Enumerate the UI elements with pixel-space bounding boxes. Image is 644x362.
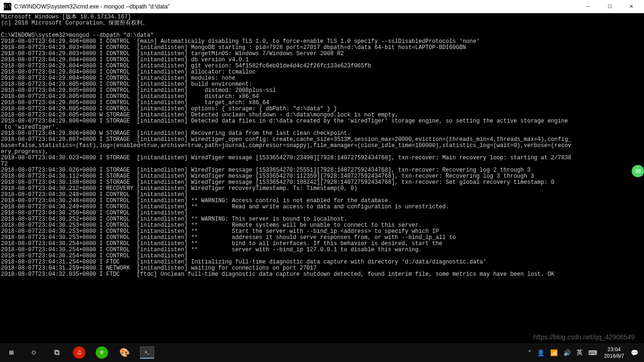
taskview-icon[interactable]: ⧉ — [45, 343, 68, 362]
paint-icon[interactable]: 🎨 — [113, 343, 136, 362]
minimize-button[interactable]: ─ — [577, 0, 599, 13]
action-center-icon[interactable]: 💬 — [628, 349, 641, 356]
watermark-text: https://blog.csdn.net/qq_42908549 — [533, 333, 635, 341]
window-titlebar: C:\ C:\WINDOWS\system32\cmd.exe - mongod… — [0, 0, 644, 13]
clock-time: 23:04 — [604, 346, 624, 353]
window-title: C:\WINDOWS\system32\cmd.exe - mongod --d… — [14, 3, 577, 10]
cmd-taskbar-icon[interactable]: >_ — [140, 346, 154, 359]
start-button[interactable]: ⊞ — [0, 343, 23, 362]
network-icon[interactable]: 📶 — [547, 349, 561, 356]
close-button[interactable]: ✕ — [620, 0, 642, 13]
cortana-icon[interactable]: ○ — [23, 343, 45, 362]
maximize-button[interactable]: ☐ — [599, 0, 620, 13]
cmd-icon: C:\ — [4, 3, 11, 10]
system-tray: ˄ 👤 📶 🔊 英 ⌨ 23:04 2018/8/7 💬 — [525, 346, 644, 359]
netease-icon[interactable]: ♫ — [73, 346, 85, 359]
clock[interactable]: 23:04 2018/8/7 — [600, 346, 628, 359]
ime-icon[interactable]: 英 — [574, 348, 586, 357]
clock-date: 2018/8/7 — [604, 353, 624, 359]
taskbar: ⊞ ○ ⧉ ♫ e 🎨 >_ ˄ 👤 📶 🔊 英 ⌨ 23:04 2018/8/… — [0, 343, 644, 362]
terminal-output[interactable]: Microsoft Windows [版本 10.0.17134.167] (c… — [0, 13, 644, 343]
tray-overflow-icon[interactable]: ˄ — [525, 349, 534, 356]
people-icon[interactable]: 👤 — [534, 349, 547, 356]
volume-icon[interactable]: 🔊 — [561, 349, 574, 356]
keyboard-icon[interactable]: ⌨ — [586, 349, 600, 356]
notification-badge[interactable]: 38 — [632, 165, 644, 177]
browser-icon[interactable]: e — [96, 346, 108, 359]
